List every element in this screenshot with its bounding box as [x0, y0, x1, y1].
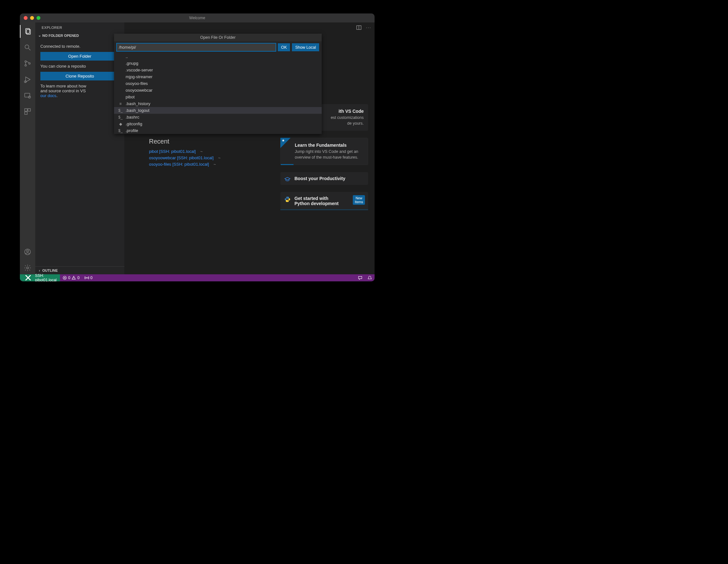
docs-link[interactable]: our docs	[40, 93, 56, 98]
run-debug-icon[interactable]	[20, 73, 35, 86]
remote-indicator[interactable]: SSH: pibot01.local	[20, 274, 60, 281]
editor-actions: ···	[356, 25, 371, 31]
remote-explorer-icon[interactable]	[20, 89, 35, 102]
star-icon	[280, 138, 291, 148]
new-items-badge: NewItems	[353, 195, 365, 205]
file-list-label: .vscode-server	[126, 68, 153, 72]
chevron-right-icon: ›	[38, 269, 41, 272]
card-fundamentals[interactable]: Learn the Fundamentals Jump right into V…	[280, 138, 368, 165]
file-list-item[interactable]: osoyoowebcar	[114, 87, 322, 94]
connected-text: Connected to remote.	[40, 44, 119, 49]
no-folder-section-body: Connected to remote. Open Folder You can…	[35, 39, 124, 103]
svg-rect-12	[28, 109, 30, 111]
recent-item: osoyoowebcar [SSH: pibot01.local] ~	[149, 155, 236, 160]
file-type-icon: ◆	[118, 122, 123, 126]
card-title: Get started with Python development	[294, 196, 343, 206]
file-list-label: mjpg-streamer	[126, 74, 153, 79]
recent-path: ~	[218, 155, 221, 160]
clone-repository-button[interactable]: Clone Reposito	[40, 72, 119, 80]
file-list-item[interactable]: ≡.bash_history	[114, 100, 322, 107]
card-progress	[280, 209, 368, 210]
open-folder-button[interactable]: Open Folder	[40, 52, 119, 61]
recent-link[interactable]: osoyoo-files [SSH: pibot01.local]	[149, 162, 209, 167]
window-title: Welcome	[20, 16, 375, 20]
vscode-window: Welcome	[20, 13, 375, 281]
file-list-item[interactable]: pibot	[114, 94, 322, 100]
file-type-icon: $_	[118, 108, 123, 113]
search-icon[interactable]	[20, 41, 35, 54]
recent-item: osoyoo-files [SSH: pibot01.local] ~	[149, 162, 236, 167]
welcome-recent: Recent pibot [SSH: pibot01.local] ~ osoy…	[149, 138, 236, 168]
file-list-item[interactable]: .gnupg	[114, 60, 322, 67]
file-list-item[interactable]: osoyoo-files	[114, 80, 322, 87]
svg-point-23	[87, 278, 87, 278]
explorer-icon[interactable]	[20, 25, 35, 38]
svg-point-4	[25, 61, 27, 62]
explorer-sidebar: EXPLORER ⌄ NO FOLDER OPENED Connected to…	[35, 22, 124, 274]
svg-point-16	[27, 267, 29, 269]
svg-point-5	[25, 65, 27, 66]
show-local-button[interactable]: Show Local	[292, 43, 319, 51]
file-list-label: pibot	[126, 95, 135, 99]
feedback-icon[interactable]	[355, 276, 365, 280]
mortarboard-icon	[284, 176, 291, 183]
python-icon	[284, 196, 291, 203]
split-editor-icon[interactable]	[356, 25, 361, 31]
svg-point-2	[25, 45, 29, 49]
file-list-item[interactable]: ◆.gitconfig	[114, 120, 322, 127]
file-list-label: osoyoowebcar	[126, 88, 153, 93]
svg-point-6	[29, 63, 30, 64]
card-title: Boost your Productivity	[294, 176, 364, 181]
learn-more-text: To learn more about how and source contr…	[40, 84, 119, 98]
notifications-bell-icon[interactable]	[365, 276, 375, 280]
file-list: ...gnupg.vscode-servermjpg-streamerosoyo…	[114, 53, 322, 134]
chevron-down-icon: ⌄	[38, 33, 41, 37]
ports-status[interactable]: 0	[82, 276, 95, 280]
recent-path: ~	[213, 162, 216, 167]
activity-bar	[20, 22, 35, 274]
svg-rect-13	[25, 112, 27, 114]
svg-rect-9	[25, 93, 30, 97]
card-productivity[interactable]: Boost your Productivity	[280, 172, 368, 185]
file-list-item[interactable]: ..	[114, 53, 322, 60]
file-list-label: .bashrc	[126, 115, 139, 120]
remote-label: SSH: pibot01.local	[35, 273, 56, 281]
ok-button[interactable]: OK	[278, 43, 290, 51]
card-title: Learn the Fundamentals	[295, 143, 363, 148]
extensions-icon[interactable]	[20, 105, 35, 118]
svg-rect-11	[25, 109, 27, 111]
no-folder-section-header[interactable]: ⌄ NO FOLDER OPENED	[35, 31, 124, 39]
file-type-icon: $_	[118, 115, 123, 120]
card-desc: Jump right into VS Code and get an overv…	[295, 149, 363, 160]
accounts-icon[interactable]	[20, 245, 35, 258]
card-python[interactable]: Get started with Python development NewI…	[280, 192, 368, 210]
settings-gear-icon[interactable]	[20, 261, 35, 274]
file-list-item[interactable]: .vscode-server	[114, 67, 322, 73]
file-list-item[interactable]: $_.bashrc	[114, 114, 322, 120]
recent-path: ~	[200, 149, 203, 154]
source-control-icon[interactable]	[20, 57, 35, 70]
outline-label: OUTLINE	[42, 269, 58, 272]
file-list-item[interactable]: $_.profile	[114, 127, 322, 134]
section-label: NO FOLDER OPENED	[42, 34, 79, 37]
problems-status[interactable]: 0 0	[60, 276, 82, 280]
file-type-icon: $_	[118, 129, 123, 133]
file-list-item[interactable]: mjpg-streamer	[114, 73, 322, 80]
path-input[interactable]	[117, 43, 276, 51]
file-list-item[interactable]: $_.bash_logout	[114, 107, 322, 114]
svg-point-15	[27, 250, 29, 252]
file-list-label: .bash_history	[126, 101, 150, 106]
dialog-title: Open File Or Folder	[114, 34, 322, 41]
open-file-dialog: Open File Or Folder OK Show Local ...gnu…	[114, 34, 322, 134]
status-bar: SSH: pibot01.local 0 0 0	[20, 274, 375, 281]
recent-link[interactable]: pibot [SSH: pibot01.local]	[149, 149, 196, 154]
file-list-label: .bash_logout	[126, 108, 149, 113]
svg-line-3	[29, 48, 30, 50]
file-type-icon: ≡	[118, 102, 123, 106]
clone-hint-text: You can clone a reposito	[40, 64, 119, 69]
recent-heading: Recent	[149, 138, 236, 145]
card-progress	[281, 164, 294, 165]
file-list-label: .gnupg	[126, 61, 138, 66]
recent-link[interactable]: osoyoowebcar [SSH: pibot01.local]	[149, 155, 214, 160]
more-actions-icon[interactable]: ···	[366, 25, 371, 31]
